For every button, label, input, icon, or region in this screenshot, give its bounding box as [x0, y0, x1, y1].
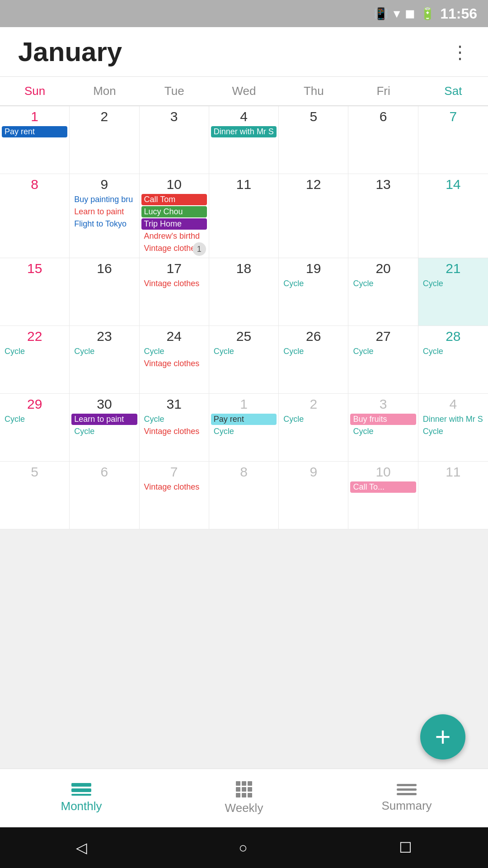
calendar-event[interactable]: Pay rent: [211, 414, 277, 425]
cal-cell[interactable]: 25Cycle: [209, 326, 279, 394]
cal-cell[interactable]: 24CycleVintage clothes: [140, 326, 209, 394]
calendar-event[interactable]: Cycle: [71, 426, 137, 437]
calendar-event[interactable]: Cycle: [2, 414, 67, 425]
calendar-event[interactable]: Lucy Chou: [141, 206, 207, 217]
cal-cell[interactable]: 1Pay rent: [0, 106, 70, 174]
cal-cell[interactable]: 17Vintage clothes: [140, 258, 209, 326]
cal-cell[interactable]: 1Pay rentCycle: [209, 394, 279, 462]
back-button[interactable]: ◁: [76, 839, 87, 856]
calendar-event[interactable]: Vintage clothes: [141, 481, 207, 493]
cal-cell[interactable]: 11: [209, 174, 279, 258]
calendar-event[interactable]: Learn to paint: [71, 206, 137, 217]
cal-cell[interactable]: 27Cycle: [348, 326, 418, 394]
cal-cell[interactable]: 29Cycle: [0, 394, 70, 462]
calendar-event[interactable]: Pay rent: [2, 126, 67, 137]
calendar-event[interactable]: Cycle: [420, 278, 486, 289]
cal-cell[interactable]: 12: [279, 174, 348, 258]
day-number: 15: [2, 261, 67, 276]
calendar-event[interactable]: Andrew's birthd: [141, 231, 207, 242]
cal-cell[interactable]: 9: [279, 462, 348, 529]
cal-cell[interactable]: 2Cycle: [279, 394, 348, 462]
calendar-event[interactable]: Cycle: [211, 426, 277, 437]
calendar-event[interactable]: Cycle: [350, 278, 416, 289]
calendar-event[interactable]: Cycle: [420, 346, 486, 357]
battery-icon: 🔋: [420, 7, 435, 21]
day-number: 1: [211, 396, 277, 412]
calendar-event[interactable]: Cycle: [2, 346, 67, 357]
calendar-event[interactable]: Vintage clothes: [141, 358, 207, 369]
cal-cell[interactable]: 20Cycle: [348, 258, 418, 326]
cal-cell[interactable]: 3: [140, 106, 209, 174]
more-events-count[interactable]: 1: [192, 242, 206, 256]
cal-cell[interactable]: 30Learn to paintCycle: [70, 394, 139, 462]
calendar-event[interactable]: Cycle: [141, 346, 207, 357]
cal-cell[interactable]: 21Cycle: [418, 258, 488, 326]
cal-cell[interactable]: 15: [0, 258, 70, 326]
calendar-event[interactable]: Cycle: [420, 426, 486, 437]
calendar-event[interactable]: Buy fruits: [350, 414, 416, 425]
cal-cell[interactable]: 2: [70, 106, 139, 174]
cal-cell[interactable]: 6: [348, 106, 418, 174]
calendar-event[interactable]: Vintage clothes: [141, 426, 207, 437]
nav-summary[interactable]: Summary: [325, 784, 488, 813]
calendar-event[interactable]: Dinner with Mr S: [211, 126, 277, 137]
calendar-event[interactable]: Cycle: [350, 346, 416, 357]
nav-weekly[interactable]: Weekly: [163, 781, 325, 815]
calendar-event[interactable]: Cycle: [350, 426, 416, 437]
day-number: 9: [281, 464, 346, 480]
monthly-icon: [71, 783, 91, 796]
cal-cell[interactable]: 7Vintage clothes: [140, 462, 209, 529]
cal-cell[interactable]: 13: [348, 174, 418, 258]
nav-weekly-label: Weekly: [225, 801, 263, 815]
cal-cell[interactable]: 3Buy fruitsCycle: [348, 394, 418, 462]
cal-cell[interactable]: 5: [279, 106, 348, 174]
cal-cell[interactable]: 23Cycle: [70, 326, 139, 394]
add-event-fab[interactable]: +: [420, 714, 465, 760]
cal-cell[interactable]: 4Dinner with Mr SCycle: [418, 394, 488, 462]
dow-tue: Tue: [140, 77, 209, 105]
cal-cell[interactable]: 19Cycle: [279, 258, 348, 326]
cal-cell[interactable]: 11: [418, 462, 488, 529]
cal-cell[interactable]: 9Buy painting bruLearn to paintFlight to…: [70, 174, 139, 258]
calendar-event[interactable]: Cycle: [141, 414, 207, 425]
day-number: 3: [350, 396, 416, 412]
cal-cell[interactable]: 16: [70, 258, 139, 326]
calendar-event[interactable]: Cycle: [281, 278, 346, 289]
cal-cell[interactable]: 8: [0, 174, 70, 258]
cal-cell[interactable]: 26Cycle: [279, 326, 348, 394]
day-number: 6: [71, 464, 137, 480]
cal-cell[interactable]: 22Cycle: [0, 326, 70, 394]
clock: 11:56: [440, 5, 477, 22]
cal-cell[interactable]: 5: [0, 462, 70, 529]
calendar-header: January ⋮: [0, 27, 488, 77]
cal-cell[interactable]: 10Call To...: [348, 462, 418, 529]
cal-cell[interactable]: 14: [418, 174, 488, 258]
cal-cell[interactable]: 4Dinner with Mr S: [209, 106, 279, 174]
cal-cell[interactable]: 8: [209, 462, 279, 529]
calendar-event[interactable]: Cycle: [71, 346, 137, 357]
cal-cell[interactable]: 7: [418, 106, 488, 174]
home-button[interactable]: ○: [239, 840, 247, 856]
more-button[interactable]: ⋮: [451, 42, 470, 62]
calendar-event[interactable]: Dinner with Mr S: [420, 414, 486, 425]
calendar-event[interactable]: Call Tom: [141, 194, 207, 205]
calendar-event[interactable]: Cycle: [211, 346, 277, 357]
calendar-event[interactable]: Call To...: [350, 481, 416, 493]
nav-monthly[interactable]: Monthly: [0, 783, 163, 813]
calendar-event[interactable]: Cycle: [281, 414, 346, 425]
calendar-event[interactable]: Vintage clothes: [141, 278, 207, 289]
calendar-event[interactable]: Learn to paint: [71, 414, 137, 425]
cal-cell[interactable]: 10Call TomLucy ChouTrip HomeAndrew's bir…: [140, 174, 209, 258]
dow-fri: Fri: [348, 77, 418, 105]
cal-cell[interactable]: 18: [209, 258, 279, 326]
recents-button[interactable]: ☐: [399, 839, 412, 856]
calendar-event[interactable]: Buy painting bru: [71, 194, 137, 205]
cal-cell[interactable]: 28Cycle: [418, 326, 488, 394]
cal-cell[interactable]: 31CycleVintage clothes: [140, 394, 209, 462]
cal-cell[interactable]: 6: [70, 462, 139, 529]
day-number: 13: [350, 177, 416, 192]
calendar-event[interactable]: Cycle: [281, 346, 346, 357]
calendar-event[interactable]: Trip Home: [141, 218, 207, 230]
day-number: 8: [211, 464, 277, 480]
calendar-event[interactable]: Flight to Tokyo: [71, 218, 137, 230]
